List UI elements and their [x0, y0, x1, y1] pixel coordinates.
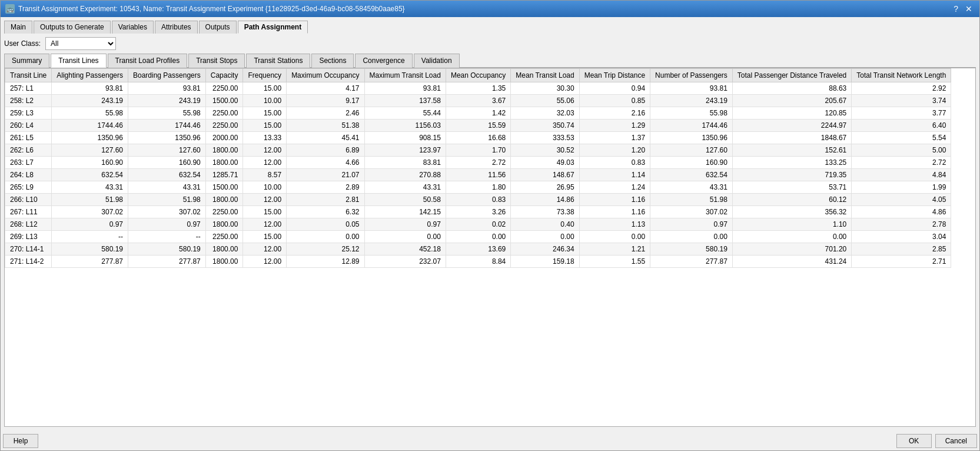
cell-r3-c4: 15.00 — [243, 120, 287, 132]
cell-r1-c6: 137.58 — [364, 95, 446, 107]
help-button[interactable]: Help — [3, 434, 38, 448]
cell-r8-c8: 26.95 — [511, 181, 579, 194]
inner-tab-validation[interactable]: Validation — [414, 54, 460, 68]
col-header-number-of-passengers[interactable]: Number of Passengers — [650, 69, 733, 82]
cell-r14-c0: 271: L14-2 — [5, 256, 52, 268]
col-header-maximum-occupancy[interactable]: Maximum Occupancy — [287, 69, 364, 82]
inner-tab-convergence[interactable]: Convergence — [355, 54, 412, 68]
inner-tab-summary[interactable]: Summary — [4, 54, 49, 68]
cell-r11-c8: 0.40 — [511, 218, 579, 231]
table-row: 259: L355.9855.982250.0015.002.4655.441.… — [5, 107, 951, 120]
cell-r8-c5: 2.89 — [287, 181, 364, 194]
cell-r12-c7: 0.00 — [446, 231, 510, 243]
user-class-select[interactable]: All — [45, 37, 116, 50]
cell-r12-c0: 269: L13 — [5, 231, 52, 243]
cell-r9-c4: 12.00 — [243, 194, 287, 206]
cell-r0-c4: 15.00 — [243, 82, 287, 95]
cell-r7-c1: 632.54 — [52, 169, 128, 181]
cell-r0-c2: 93.81 — [128, 82, 205, 95]
cell-r6-c9: 0.83 — [579, 157, 650, 169]
title-bar-controls: ? ✕ — [951, 5, 975, 13]
cell-r7-c3: 1285.71 — [205, 169, 243, 181]
cell-r6-c0: 263: L7 — [5, 157, 52, 169]
data-table-container[interactable]: Transit LineAlighting PassengersBoarding… — [4, 68, 976, 427]
cell-r14-c11: 431.24 — [732, 256, 851, 268]
inner-tab-transit-stations[interactable]: Transit Stations — [246, 54, 310, 68]
cell-r6-c2: 160.90 — [128, 157, 205, 169]
cell-r12-c8: 0.00 — [511, 231, 579, 243]
cell-r2-c1: 55.98 — [52, 107, 128, 120]
cell-r4-c6: 908.15 — [364, 132, 446, 144]
cell-r4-c10: 1350.96 — [650, 132, 733, 144]
cell-r9-c1: 51.98 — [52, 194, 128, 206]
cell-r13-c9: 1.21 — [579, 243, 650, 256]
col-header-mean-occupancy[interactable]: Mean Occupancy — [446, 69, 510, 82]
col-header-total-transit-network-length[interactable]: Total Transit Network Length — [852, 69, 951, 82]
cell-r5-c3: 1800.00 — [205, 144, 243, 157]
cell-r0-c8: 30.30 — [511, 82, 579, 95]
tab-variables[interactable]: Variables — [112, 21, 154, 34]
inner-tab-transit-load-profiles[interactable]: Transit Load Profiles — [108, 54, 188, 68]
cell-r2-c5: 2.46 — [287, 107, 364, 120]
ok-button[interactable]: OK — [896, 434, 932, 448]
cell-r9-c11: 60.12 — [732, 194, 851, 206]
inner-tab-sections[interactable]: Sections — [311, 54, 354, 68]
col-header-frequency[interactable]: Frequency — [243, 69, 287, 82]
user-class-row: User Class: All — [4, 37, 976, 50]
top-tabs: Main Outputs to Generate Variables Attri… — [4, 21, 976, 34]
cell-r13-c10: 580.19 — [650, 243, 733, 256]
cell-r10-c8: 73.38 — [511, 206, 579, 218]
help-icon-btn[interactable]: ? — [951, 5, 961, 13]
cell-r11-c9: 1.13 — [579, 218, 650, 231]
cell-r1-c8: 55.06 — [511, 95, 579, 107]
cell-r6-c11: 133.25 — [732, 157, 851, 169]
cell-r9-c8: 14.86 — [511, 194, 579, 206]
cell-r12-c10: 0.00 — [650, 231, 733, 243]
tab-attributes[interactable]: Attributes — [155, 21, 198, 34]
cell-r14-c12: 2.71 — [852, 256, 951, 268]
col-header-mean-trip-distance[interactable]: Mean Trip Distance — [579, 69, 650, 82]
cell-r4-c5: 45.41 — [287, 132, 364, 144]
cell-r10-c11: 356.32 — [732, 206, 851, 218]
cell-r13-c11: 701.20 — [732, 243, 851, 256]
cell-r2-c6: 55.44 — [364, 107, 446, 120]
col-header-total-passenger-distance-traveled[interactable]: Total Passenger Distance Traveled — [732, 69, 851, 82]
cell-r3-c8: 350.74 — [511, 120, 579, 132]
cell-r14-c6: 232.07 — [364, 256, 446, 268]
cell-r5-c10: 127.60 — [650, 144, 733, 157]
cancel-button[interactable]: Cancel — [935, 434, 977, 448]
cell-r11-c0: 268: L12 — [5, 218, 52, 231]
cell-r13-c5: 25.12 — [287, 243, 364, 256]
cell-r3-c10: 1744.46 — [650, 120, 733, 132]
col-header-alighting-passengers[interactable]: Alighting Passengers — [52, 69, 128, 82]
col-header-transit-line[interactable]: Transit Line — [5, 69, 52, 82]
tab-outputs-to-generate[interactable]: Outputs to Generate — [34, 21, 111, 34]
col-header-capacity[interactable]: Capacity — [205, 69, 243, 82]
table-row: 257: L193.8193.812250.0015.004.1793.811.… — [5, 82, 951, 95]
cell-r12-c4: 15.00 — [243, 231, 287, 243]
cell-r14-c7: 8.84 — [446, 256, 510, 268]
col-header-boarding-passengers[interactable]: Boarding Passengers — [128, 69, 205, 82]
cell-r10-c9: 1.16 — [579, 206, 650, 218]
cell-r5-c5: 6.89 — [287, 144, 364, 157]
close-button[interactable]: ✕ — [963, 5, 975, 13]
inner-tab-transit-stops[interactable]: Transit Stops — [188, 54, 245, 68]
cell-r6-c7: 2.72 — [446, 157, 510, 169]
cell-r6-c12: 2.72 — [852, 157, 951, 169]
title-bar: 🚌 Transit Assignment Experiment: 10543, … — [1, 1, 979, 17]
tab-path-assignment[interactable]: Path Assignment — [238, 21, 308, 34]
cell-r0-c11: 88.63 — [732, 82, 851, 95]
tab-main[interactable]: Main — [4, 21, 32, 34]
table-row: 271: L14-2277.87277.871800.0012.0012.892… — [5, 256, 951, 268]
col-header-maximum-transit-load[interactable]: Maximum Transit Load — [364, 69, 446, 82]
table-row: 263: L7160.90160.901800.0012.004.6683.81… — [5, 157, 951, 169]
col-header-mean-transit-load[interactable]: Mean Transit Load — [511, 69, 579, 82]
cell-r8-c0: 265: L9 — [5, 181, 52, 194]
cell-r13-c0: 270: L14-1 — [5, 243, 52, 256]
inner-tab-transit-lines[interactable]: Transit Lines — [51, 54, 106, 68]
cell-r2-c2: 55.98 — [128, 107, 205, 120]
tab-outputs[interactable]: Outputs — [199, 21, 237, 34]
cell-r14-c9: 1.55 — [579, 256, 650, 268]
cell-r12-c11: 0.00 — [732, 231, 851, 243]
cell-r0-c5: 4.17 — [287, 82, 364, 95]
